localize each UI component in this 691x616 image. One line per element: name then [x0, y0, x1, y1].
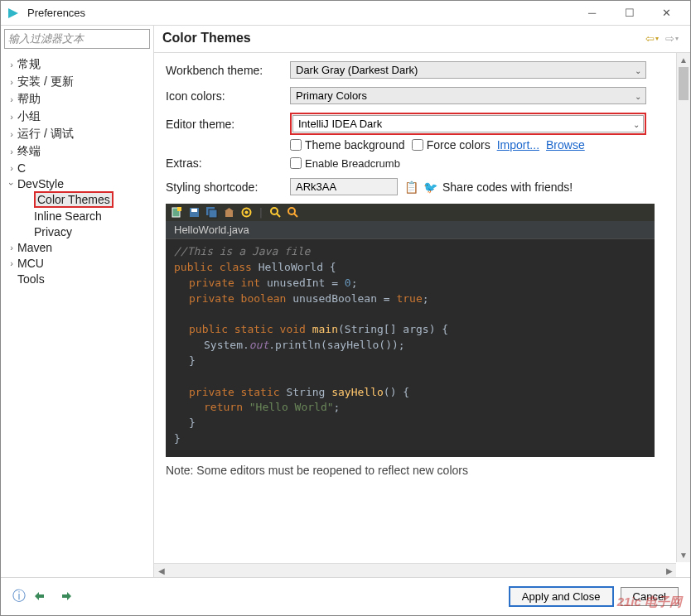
horizontal-scrollbar[interactable]: ◀ ▶: [154, 563, 676, 577]
svg-rect-7: [225, 211, 233, 217]
extras-label: Extras:: [166, 156, 290, 170]
tree-item-help[interactable]: ›帮助: [4, 90, 150, 108]
code-preview: //This is a Java file public class Hello…: [166, 239, 655, 457]
app-icon: [6, 6, 21, 21]
help-icon[interactable]: ⓘ: [12, 588, 26, 605]
maximize-button[interactable]: ☐: [611, 2, 648, 25]
sidebar: 输入过滤器文本 ›常规 ›安装 / 更新 ›帮助 ›小组 ›运行 / 调试 ›终…: [1, 26, 154, 577]
tree-item-tools[interactable]: Tools: [4, 271, 150, 286]
form-area: Workbench theme: Dark Gray (Darkest Dark…: [154, 53, 690, 577]
note-text: Note: Some editors must be reopened to r…: [166, 464, 667, 477]
editor-theme-select[interactable]: IntelliJ IDEA Dark: [292, 115, 644, 132]
page-title: Color Themes: [162, 31, 642, 46]
tree-item-c[interactable]: ›C: [4, 160, 150, 176]
close-button[interactable]: ✕: [648, 2, 685, 25]
editor-tab[interactable]: HelloWorld.java: [166, 221, 655, 239]
svg-point-10: [245, 211, 249, 214]
svg-line-14: [294, 214, 297, 217]
import-link[interactable]: Import...: [497, 138, 539, 152]
editor-theme-label: Editor theme:: [166, 118, 290, 131]
vertical-scrollbar[interactable]: ▲ ▼: [676, 53, 690, 562]
footer: ⓘ Apply and Close Cancel 21ic 电子网: [1, 577, 690, 615]
export-prefs-icon[interactable]: [57, 590, 72, 604]
search-toolbar-icon[interactable]: [269, 206, 282, 219]
icon-colors-select[interactable]: Primary Colors: [290, 87, 646, 104]
tree-item-install[interactable]: ›安装 / 更新: [4, 73, 150, 90]
editor-preview: | HelloWorld.java //This is a Java file …: [166, 204, 655, 457]
main-panel: Color Themes ⇦▾ ⇨▾ Workbench theme: Dark…: [154, 26, 690, 577]
scrollbar-thumb[interactable]: [679, 67, 689, 100]
shortcode-label: Styling shortcode:: [166, 180, 290, 194]
svg-point-11: [271, 208, 278, 214]
enable-breadcrumb-checkbox[interactable]: Enable Breadcrumb: [290, 157, 400, 170]
scroll-right-icon[interactable]: ▶: [662, 564, 676, 577]
workbench-theme-label: Workbench theme:: [166, 64, 290, 77]
magnifier-icon[interactable]: [287, 206, 299, 219]
workbench-theme-select[interactable]: Dark Gray (Darkest Dark): [290, 61, 646, 79]
minimize-button[interactable]: ─: [573, 2, 611, 25]
tree-item-team[interactable]: ›小组: [4, 108, 150, 125]
main-header: Color Themes ⇦▾ ⇨▾: [154, 26, 690, 53]
svg-marker-0: [8, 8, 18, 18]
window-title: Preferences: [27, 7, 573, 19]
nav-back-button[interactable]: ⇦▾: [642, 32, 662, 45]
tree-item-maven[interactable]: ›Maven: [4, 239, 150, 255]
tree-item-devstyle[interactable]: ›DevStyle: [4, 176, 150, 191]
svg-rect-2: [177, 207, 181, 211]
tree-item-inline-search[interactable]: Inline Search: [4, 208, 150, 224]
build-icon[interactable]: [223, 206, 235, 219]
save-icon[interactable]: [188, 206, 201, 219]
svg-rect-6: [209, 209, 217, 218]
svg-point-13: [288, 208, 295, 214]
svg-rect-4: [191, 209, 197, 212]
nav-forward-button[interactable]: ⇨▾: [662, 32, 682, 45]
tree-item-run[interactable]: ›运行 / 调试: [4, 125, 150, 142]
gear-icon[interactable]: [240, 206, 253, 219]
new-file-icon[interactable]: [171, 206, 183, 219]
import-prefs-icon[interactable]: [34, 590, 49, 604]
svg-line-12: [277, 214, 280, 217]
preferences-tree: ›常规 ›安装 / 更新 ›帮助 ›小组 ›运行 / 调试 ›终端 ›C ›De…: [1, 54, 153, 577]
filter-input[interactable]: 输入过滤器文本: [4, 29, 150, 49]
apply-and-close-button[interactable]: Apply and Close: [509, 586, 614, 607]
tree-item-terminal[interactable]: ›终端: [4, 142, 150, 160]
icon-colors-label: Icon colors:: [166, 89, 290, 103]
save-all-icon[interactable]: [205, 206, 218, 219]
scroll-up-icon[interactable]: ▲: [677, 53, 690, 67]
force-colors-checkbox[interactable]: Force colors: [412, 138, 490, 152]
share-text: Share codes with friends!: [442, 180, 573, 194]
scroll-down-icon[interactable]: ▼: [677, 548, 690, 562]
tree-item-color-themes[interactable]: Color Themes: [34, 191, 114, 208]
theme-background-checkbox[interactable]: Theme background: [290, 138, 405, 152]
browse-link[interactable]: Browse: [546, 138, 585, 152]
shortcode-input[interactable]: [290, 178, 398, 195]
svg-marker-8: [225, 208, 234, 211]
cancel-button[interactable]: Cancel: [621, 587, 679, 606]
tree-item-privacy[interactable]: Privacy: [4, 224, 150, 239]
scroll-left-icon[interactable]: ◀: [154, 564, 168, 577]
twitter-icon[interactable]: 🐦: [423, 180, 437, 194]
editor-toolbar: |: [166, 204, 655, 221]
titlebar: Preferences ─ ☐ ✕: [1, 1, 690, 26]
clipboard-icon[interactable]: 📋: [404, 180, 418, 194]
tree-item-mcu[interactable]: ›MCU: [4, 255, 150, 271]
tree-item-general[interactable]: ›常规: [4, 55, 150, 73]
